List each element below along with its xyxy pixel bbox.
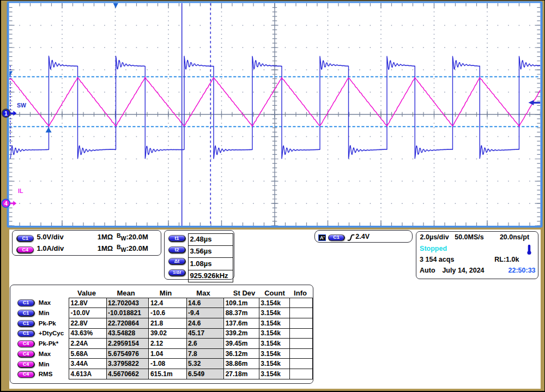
svg-text:IL: IL xyxy=(18,188,23,194)
svg-text:4: 4 xyxy=(4,200,8,207)
svg-text:1: 1 xyxy=(4,110,8,117)
svg-text:SW: SW xyxy=(17,102,26,108)
